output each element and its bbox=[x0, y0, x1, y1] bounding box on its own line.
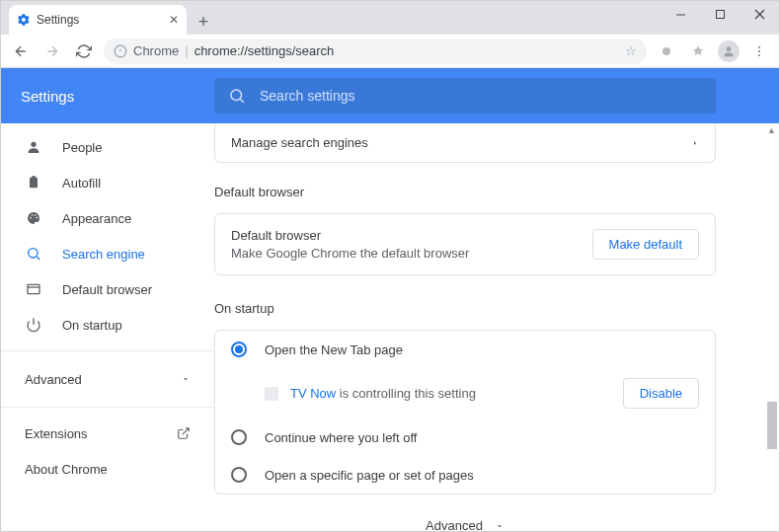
sidebar-item-appearance[interactable]: Appearance bbox=[1, 200, 214, 236]
sidebar-advanced-label: Advanced bbox=[25, 372, 82, 387]
search-icon bbox=[228, 87, 246, 105]
tab-title: Settings bbox=[37, 13, 79, 27]
advanced-expand-footer[interactable]: Advanced bbox=[214, 494, 716, 531]
svg-point-20 bbox=[37, 217, 39, 219]
sidebar-item-label: Autofill bbox=[62, 176, 101, 190]
search-icon bbox=[25, 246, 42, 262]
svg-point-8 bbox=[727, 46, 732, 51]
svg-point-9 bbox=[758, 45, 760, 47]
settings-header: Settings bbox=[1, 68, 779, 123]
sidebar-item-people[interactable]: People bbox=[1, 129, 214, 165]
settings-main: Manage search engines Default browser De… bbox=[214, 123, 779, 531]
radio-icon bbox=[231, 342, 247, 357]
startup-option-new-tab[interactable]: Open the New Tab page bbox=[215, 331, 715, 368]
sidebar-item-label: On startup bbox=[62, 318, 122, 333]
close-window-button[interactable] bbox=[740, 1, 779, 27]
omnibox-separator: | bbox=[185, 43, 188, 58]
svg-point-19 bbox=[35, 214, 37, 216]
startup-option-label: Continue where you left off bbox=[265, 430, 417, 445]
controlling-extension-link[interactable]: TV Now bbox=[290, 386, 336, 401]
sidebar-item-on-startup[interactable]: On startup bbox=[1, 307, 214, 342]
site-info-icon[interactable] bbox=[114, 44, 127, 58]
svg-line-13 bbox=[240, 99, 243, 102]
maximize-button[interactable] bbox=[700, 1, 740, 27]
palette-icon bbox=[25, 210, 42, 226]
advanced-footer-label: Advanced bbox=[426, 518, 483, 531]
controlling-text: is controlling this setting bbox=[336, 386, 476, 401]
settings-sidebar: People Autofill Appearance Search engine… bbox=[1, 123, 214, 531]
default-browser-title: Default browser bbox=[231, 228, 469, 243]
svg-rect-15 bbox=[30, 178, 38, 189]
sidebar-extensions[interactable]: Extensions bbox=[1, 416, 214, 451]
forward-button[interactable] bbox=[40, 39, 64, 63]
startup-controlled-row: TV Now is controlling this setting Disab… bbox=[215, 368, 715, 418]
disable-button[interactable]: Disable bbox=[623, 378, 699, 409]
browser-toolbar: Chrome | chrome://settings/search ☆ bbox=[1, 35, 779, 68]
sidebar-item-autofill[interactable]: Autofill bbox=[1, 165, 214, 200]
sidebar-advanced-toggle[interactable]: Advanced bbox=[1, 359, 214, 399]
svg-point-7 bbox=[663, 46, 670, 54]
profile-avatar[interactable] bbox=[718, 40, 740, 62]
search-input[interactable] bbox=[260, 88, 702, 104]
chevron-right-icon bbox=[691, 137, 699, 149]
sidebar-item-label: Appearance bbox=[62, 211, 131, 226]
chevron-down-icon bbox=[181, 374, 191, 384]
svg-point-21 bbox=[29, 249, 38, 258]
svg-point-18 bbox=[32, 214, 34, 216]
address-bar[interactable]: Chrome | chrome://settings/search ☆ bbox=[104, 38, 647, 64]
omnibox-url: chrome://settings/search bbox=[195, 43, 335, 58]
svg-rect-23 bbox=[28, 284, 39, 293]
gear-icon bbox=[17, 13, 31, 27]
extension-puzzle-icon bbox=[265, 387, 278, 401]
startup-option-continue[interactable]: Continue where you left off bbox=[215, 418, 715, 456]
sidebar-item-default-browser[interactable]: Default browser bbox=[1, 271, 214, 307]
person-icon bbox=[25, 139, 42, 155]
omnibox-scheme: Chrome bbox=[133, 43, 179, 58]
sidebar-item-search-engine[interactable]: Search engine bbox=[1, 236, 214, 271]
svg-rect-1 bbox=[716, 10, 724, 18]
settings-search[interactable] bbox=[214, 78, 716, 114]
extension-icon-2[interactable] bbox=[686, 39, 710, 63]
svg-point-11 bbox=[758, 54, 760, 56]
radio-icon bbox=[231, 467, 247, 483]
manage-search-engines-row[interactable]: Manage search engines bbox=[214, 123, 716, 163]
svg-point-10 bbox=[758, 50, 760, 52]
default-browser-card: Default browser Make Google Chrome the d… bbox=[214, 213, 716, 275]
default-browser-heading: Default browser bbox=[214, 185, 716, 199]
sidebar-item-label: People bbox=[62, 140, 102, 155]
on-startup-heading: On startup bbox=[214, 301, 716, 316]
window-controls bbox=[661, 1, 779, 27]
reload-button[interactable] bbox=[72, 39, 96, 63]
bookmark-star-icon[interactable]: ☆ bbox=[625, 43, 637, 58]
radio-icon bbox=[231, 429, 247, 445]
back-button[interactable] bbox=[9, 39, 33, 63]
menu-kebab-icon[interactable] bbox=[747, 39, 771, 63]
svg-line-22 bbox=[37, 257, 39, 260]
manage-search-engines-label: Manage search engines bbox=[231, 135, 368, 150]
startup-option-label: Open a specific page or set of pages bbox=[265, 468, 474, 483]
chevron-down-icon bbox=[495, 521, 505, 531]
svg-point-12 bbox=[231, 90, 242, 101]
settings-body: ▲ People Autofill Appearance Search engi… bbox=[1, 123, 779, 531]
sidebar-item-label: Default browser bbox=[62, 282, 152, 297]
default-browser-subtitle: Make Google Chrome the default browser bbox=[231, 246, 469, 261]
external-link-icon bbox=[177, 426, 191, 440]
minimize-button[interactable] bbox=[661, 1, 700, 27]
make-default-button[interactable]: Make default bbox=[592, 229, 699, 260]
startup-option-label: Open the New Tab page bbox=[265, 342, 403, 357]
page-title: Settings bbox=[21, 88, 214, 105]
sidebar-extensions-label: Extensions bbox=[25, 426, 88, 441]
svg-rect-16 bbox=[32, 176, 36, 179]
on-startup-card: Open the New Tab page TV Now is controll… bbox=[214, 330, 716, 494]
svg-point-14 bbox=[31, 142, 36, 147]
sidebar-about-label: About Chrome bbox=[25, 462, 108, 477]
sidebar-about-chrome[interactable]: About Chrome bbox=[1, 451, 214, 487]
extension-icon[interactable] bbox=[655, 39, 678, 63]
browser-tab[interactable]: Settings ✕ bbox=[9, 5, 187, 35]
startup-option-specific-pages[interactable]: Open a specific page or set of pages bbox=[215, 456, 715, 494]
window-titlebar: Settings ✕ + bbox=[1, 1, 779, 35]
tab-close-icon[interactable]: ✕ bbox=[169, 13, 179, 27]
sidebar-item-label: Search engine bbox=[62, 247, 145, 262]
new-tab-button[interactable]: + bbox=[191, 9, 216, 35]
svg-point-17 bbox=[30, 217, 32, 219]
